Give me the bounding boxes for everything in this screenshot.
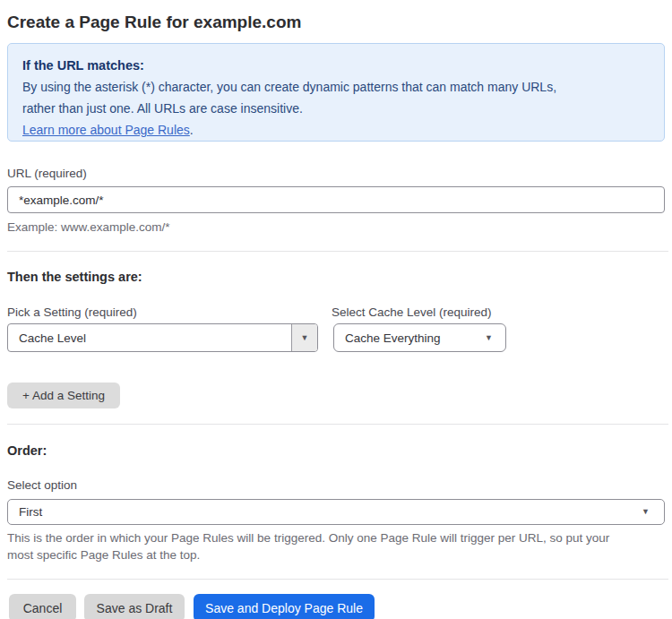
url-input[interactable]	[7, 186, 665, 213]
order-helper-text: This is the order in which your Page Rul…	[7, 529, 665, 563]
form-actions: Cancel Save as Draft Save and Deploy Pag…	[7, 594, 665, 619]
url-helper-text: Example: www.example.com/*	[7, 219, 665, 236]
picker-labels-row: Pick a Setting (required) Select Cache L…	[7, 305, 665, 320]
info-link-line: Learn more about Page Rules.	[22, 119, 650, 141]
order-select-arrow: ▼	[642, 508, 664, 516]
order-select-value: First	[8, 505, 642, 519]
setting-select-value: Cache Level	[8, 331, 291, 345]
learn-more-link[interactable]: Learn more about Page Rules	[22, 123, 190, 137]
divider	[7, 251, 668, 252]
url-match-info-box: If the URL matches: By using the asteris…	[7, 43, 665, 142]
page-rule-form: Create a Page Rule for example.com If th…	[0, 0, 672, 619]
divider	[7, 579, 668, 580]
cache-level-picker-label: Select Cache Level (required)	[332, 305, 492, 320]
pickers-row: Cache Level ▼ Cache Everything ▼	[7, 323, 665, 352]
settings-section-heading: Then the settings are:	[7, 269, 665, 285]
order-helper-line-1: This is the order in which your Page Rul…	[7, 529, 665, 546]
save-and-deploy-button[interactable]: Save and Deploy Page Rule	[194, 594, 375, 619]
order-select-label: Select option	[7, 477, 665, 493]
url-field-label: URL (required)	[7, 166, 665, 181]
chevron-down-icon: ▼	[642, 508, 650, 516]
chevron-down-icon: ▼	[301, 334, 309, 342]
info-box-body: By using the asterisk (*) character, you…	[22, 76, 650, 119]
order-helper-line-2: most specific Page Rules at the top.	[7, 546, 665, 563]
info-body-line-1: By using the asterisk (*) character, you…	[22, 76, 650, 98]
setting-select[interactable]: Cache Level ▼	[7, 323, 318, 352]
add-setting-button[interactable]: + Add a Setting	[7, 383, 120, 408]
setting-picker-label: Pick a Setting (required)	[7, 305, 332, 320]
order-section-heading: Order:	[7, 443, 665, 459]
cache-level-select-value: Cache Everything	[334, 331, 485, 345]
info-box-heading: If the URL matches:	[22, 56, 650, 74]
link-period: .	[190, 123, 194, 137]
setting-select-arrow-button[interactable]: ▼	[291, 324, 317, 351]
divider	[7, 424, 668, 425]
info-body-line-2: rather than just one. All URLs are case …	[22, 98, 650, 119]
cache-select-arrow: ▼	[485, 334, 505, 342]
cancel-button[interactable]: Cancel	[9, 594, 76, 619]
order-select[interactable]: First ▼	[7, 499, 665, 525]
chevron-down-icon: ▼	[485, 334, 493, 342]
cache-level-select[interactable]: Cache Everything ▼	[333, 323, 506, 352]
save-as-draft-button[interactable]: Save as Draft	[84, 594, 185, 619]
page-title: Create a Page Rule for example.com	[7, 11, 665, 34]
